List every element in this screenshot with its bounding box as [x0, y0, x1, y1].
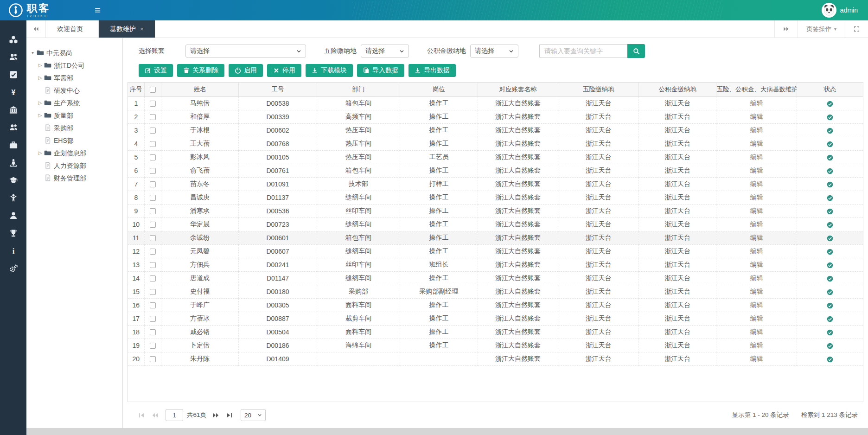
table-row[interactable]: 2 和倍厚 D00339 高频车间 操作工 浙江大自然账套 浙江天台 浙江天台	[128, 110, 863, 123]
row-checkbox[interactable]	[150, 329, 156, 335]
sidebar-nav-item[interactable]	[0, 260, 26, 277]
tree-caret-icon[interactable]: ▷	[37, 63, 44, 68]
tabs-scroll-left-button[interactable]	[26, 20, 46, 38]
tab[interactable]: 欢迎首页	[46, 20, 99, 38]
search-input[interactable]	[539, 44, 627, 58]
sidebar-nav-item[interactable]	[0, 224, 26, 242]
edit-link[interactable]: 编辑	[750, 207, 763, 214]
tree-caret-icon[interactable]: ▷	[37, 100, 44, 105]
tree-item[interactable]: ▾ 中元易尚	[29, 46, 120, 59]
toolbar-button[interactable]: 停用	[267, 64, 301, 77]
username[interactable]: admin	[840, 6, 858, 14]
toolbar-button[interactable]: 下载模块	[306, 64, 353, 77]
edit-link[interactable]: 编辑	[750, 166, 763, 174]
edit-link[interactable]: 编辑	[750, 261, 763, 268]
edit-link[interactable]: 编辑	[750, 140, 763, 147]
tree-item[interactable]: 研发中心	[29, 84, 120, 96]
table-row[interactable]: 17 方蓓冰 D00887 裁剪车间 操作工 浙江大自然账套 浙江天台 浙江天	[128, 312, 863, 325]
edit-link[interactable]: 编辑	[750, 180, 763, 187]
table-row[interactable]: 11 余诚纷 D00601 箱包车间 操作工 浙江大自然账套 浙江天台 浙江天	[128, 231, 863, 244]
toolbar-button[interactable]: 关系删除	[177, 64, 224, 77]
edit-link[interactable]: 编辑	[750, 314, 763, 322]
navbar-user-area[interactable]: admin	[822, 3, 868, 18]
table-row[interactable]: 10 华定晨 D00723 缝纫车间 操作工 浙江大自然账套 浙江天台 浙江天	[128, 218, 863, 231]
tree-item[interactable]: ▷ 企划信息部	[29, 147, 120, 159]
sidebar-nav-item[interactable]	[0, 207, 26, 224]
edit-link[interactable]: 编辑	[750, 193, 763, 201]
page-size-select[interactable]: 20	[241, 409, 266, 421]
row-checkbox[interactable]	[150, 316, 156, 322]
tree-item[interactable]: ▷ 生产系统	[29, 96, 120, 109]
row-checkbox[interactable]	[150, 222, 156, 228]
edit-link[interactable]: 编辑	[750, 126, 763, 134]
search-button[interactable]	[627, 44, 645, 58]
row-checkbox[interactable]	[150, 249, 156, 255]
sidebar-nav-item[interactable]	[0, 48, 26, 66]
row-checkbox[interactable]	[150, 208, 156, 214]
sidebar-nav-item[interactable]	[0, 242, 26, 260]
tree-item[interactable]: ▷ 浙江D公司	[29, 59, 120, 71]
tree-caret-icon[interactable]: ▾	[29, 50, 36, 55]
row-checkbox[interactable]	[150, 141, 156, 147]
toolbar-button[interactable]: 导出数据	[408, 64, 456, 77]
table-row[interactable]: 12 元凤碧 D00607 缝纫车间 操作工 浙江大自然账套 浙江天台 浙江天	[128, 244, 863, 258]
table-row[interactable]: 16 于峰广 D00305 面料车间 操作工 浙江大自然账套 浙江天台 浙江天	[128, 298, 863, 312]
select-all-checkbox[interactable]	[150, 87, 156, 93]
toolbar-button[interactable]: 设置	[139, 64, 173, 77]
row-checkbox[interactable]	[150, 101, 156, 107]
tree-item[interactable]: 采购部	[29, 122, 120, 134]
tab[interactable]: 基数维护 ×	[99, 20, 155, 38]
row-checkbox[interactable]	[150, 235, 156, 241]
previous-page-button[interactable]	[152, 412, 159, 419]
table-row[interactable]: 13 方佃兵 D00241 丝印车间 班组长 浙江大自然账套 浙江天台 浙江天	[128, 258, 863, 271]
table-row[interactable]: 7 苗东冬 D01091 技术部 打样工 浙江大自然账套 浙江天台 浙江天台	[128, 177, 863, 191]
table-row[interactable]: 6 俞飞蓓 D00761 箱包车间 操作工 浙江大自然账套 浙江天台 浙江天台	[128, 164, 863, 177]
edit-link[interactable]: 编辑	[750, 288, 763, 295]
account-select[interactable]: 请选择	[185, 45, 306, 58]
tree-caret-icon[interactable]: ▷	[37, 113, 44, 118]
insurance-place-select[interactable]: 请选择	[361, 45, 409, 58]
edit-link[interactable]: 编辑	[750, 301, 763, 308]
fund-place-select[interactable]: 请选择	[470, 45, 518, 58]
last-page-button[interactable]	[226, 412, 233, 419]
edit-link[interactable]: 编辑	[750, 99, 763, 107]
table-row[interactable]: 20 朱丹陈 D01409 浙江大自然账套 浙江天台 浙江天台	[128, 352, 863, 365]
tree-item[interactable]: ▷ 军需部	[29, 71, 120, 84]
tree-item[interactable]: 财务管理部	[29, 172, 120, 184]
edit-link[interactable]: 编辑	[750, 328, 763, 335]
row-checkbox[interactable]	[150, 181, 156, 187]
toolbar-button[interactable]: 导入数据	[357, 64, 404, 77]
page-number-input[interactable]	[166, 409, 183, 421]
edit-link[interactable]: 编辑	[750, 247, 763, 255]
table-row[interactable]: 8 昌诚庚 D01137 缝纫车间 操作工 浙江大自然账套 浙江天台 浙江天台	[128, 191, 863, 204]
table-row[interactable]: 15 史付福 D00180 采购部 采购部副经理 浙江大自然账套 浙江天台 浙	[128, 285, 863, 298]
fullscreen-button[interactable]	[845, 20, 868, 38]
tabs-scroll-right-button[interactable]	[774, 20, 798, 38]
sidebar-nav-item[interactable]	[0, 83, 26, 101]
first-page-button[interactable]	[138, 412, 145, 419]
edit-link[interactable]: 编辑	[750, 341, 763, 349]
table-row[interactable]: 3 于冰根 D00602 热压车间 操作工 浙江大自然账套 浙江天台 浙江天台	[128, 123, 863, 137]
next-page-button[interactable]	[212, 412, 219, 419]
row-checkbox[interactable]	[150, 356, 156, 362]
tree-item[interactable]: ▷ 质量部	[29, 109, 120, 122]
menu-toggle-icon[interactable]: ≡	[95, 5, 101, 15]
sidebar-nav-item[interactable]	[0, 136, 26, 154]
table-row[interactable]: 18 戚必铬 D00504 面料车间 操作工 浙江大自然账套 浙江天台 浙江天	[128, 325, 863, 339]
app-logo[interactable]: 职客 IZHIKE	[0, 3, 50, 18]
row-checkbox[interactable]	[150, 289, 156, 295]
row-checkbox[interactable]	[150, 128, 156, 134]
table-row[interactable]: 14 唐道成 D01147 缝纫车间 操作工 浙江大自然账套 浙江天台 浙江天	[128, 271, 863, 285]
edit-link[interactable]: 编辑	[750, 355, 763, 362]
row-checkbox[interactable]	[150, 195, 156, 201]
table-row[interactable]: 1 马纯倍 D00538 箱包车间 操作工 浙江大自然账套 浙江天台 浙江天台	[128, 96, 863, 110]
tree-item[interactable]: 人力资源部	[29, 159, 120, 172]
edit-link[interactable]: 编辑	[750, 113, 763, 120]
sidebar-nav-item[interactable]	[0, 172, 26, 189]
table-row[interactable]: 5 彭冰风 D00105 热压车间 工艺员 浙江大自然账套 浙江天台 浙江天台	[128, 150, 863, 164]
sidebar-nav-item[interactable]	[0, 154, 26, 172]
table-row[interactable]: 9 潘寒承 D00536 丝印车间 操作工 浙江大自然账套 浙江天台 浙江天台	[128, 204, 863, 218]
row-checkbox[interactable]	[150, 275, 156, 281]
sidebar-nav-item[interactable]	[0, 31, 26, 48]
row-checkbox[interactable]	[150, 302, 156, 308]
